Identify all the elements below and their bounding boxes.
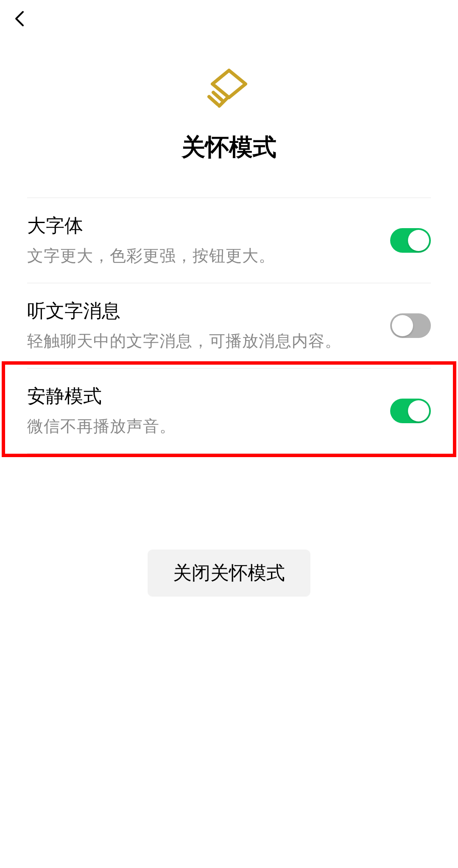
close-care-mode-button[interactable]: 关闭关怀模式 <box>148 550 310 597</box>
toggle-large-font[interactable] <box>390 228 431 253</box>
setting-text: 安静模式 微信不再播放声音。 <box>27 384 390 438</box>
setting-title: 大字体 <box>27 213 380 238</box>
toggle-thumb <box>392 315 413 336</box>
setting-desc: 微信不再播放声音。 <box>27 415 380 438</box>
toggle-quiet-mode[interactable] <box>390 399 431 423</box>
toggle-thumb <box>408 400 429 421</box>
svg-line-1 <box>209 97 218 104</box>
setting-desc: 文字更大，色彩更强，按钮更大。 <box>27 244 380 268</box>
toggle-listen-text[interactable] <box>390 313 431 338</box>
page-title: 关怀模式 <box>182 131 276 164</box>
svg-line-0 <box>213 92 222 100</box>
chevron-left-icon <box>14 9 25 28</box>
header-bar <box>0 0 458 37</box>
care-mode-icon <box>201 63 257 111</box>
setting-listen-text: 听文字消息 轻触聊天中的文字消息，可播放消息内容。 <box>27 283 431 368</box>
toggle-thumb <box>408 230 429 251</box>
setting-quiet-mode: 安静模式 微信不再播放声音。 <box>27 368 431 454</box>
setting-title: 听文字消息 <box>27 299 380 324</box>
settings-list: 大字体 文字更大，色彩更强，按钮更大。 听文字消息 轻触聊天中的文字消息，可播放… <box>27 198 431 454</box>
setting-text: 听文字消息 轻触聊天中的文字消息，可播放消息内容。 <box>27 299 390 353</box>
hero-section: 关怀模式 <box>0 37 458 198</box>
setting-text: 大字体 文字更大，色彩更强，按钮更大。 <box>27 213 390 268</box>
setting-large-font: 大字体 文字更大，色彩更强，按钮更大。 <box>27 198 431 283</box>
setting-desc: 轻触聊天中的文字消息，可播放消息内容。 <box>27 329 380 353</box>
back-button[interactable] <box>10 9 29 28</box>
setting-title: 安静模式 <box>27 384 380 409</box>
